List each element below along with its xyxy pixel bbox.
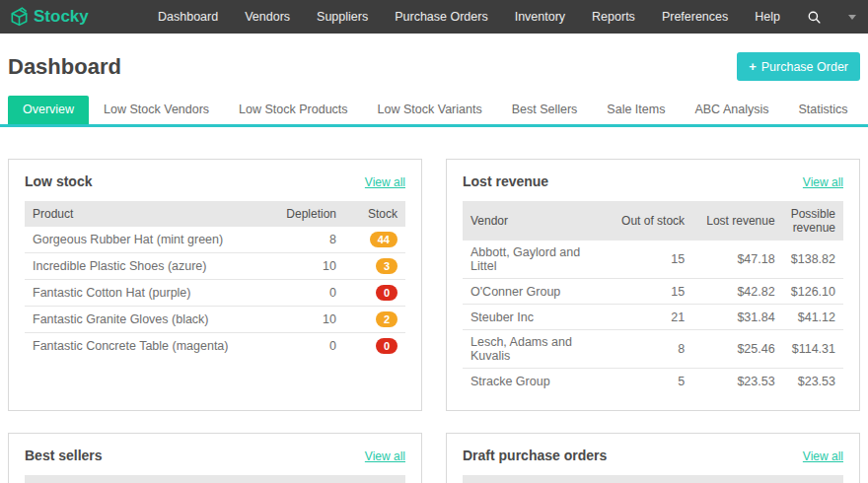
dashboard-content: Low stock View all Product Depletion Sto… bbox=[0, 159, 868, 483]
best-sellers-view-all-link[interactable]: View all bbox=[365, 449, 405, 463]
stock-badge: 2 bbox=[376, 311, 398, 327]
table-row: Stracke Group 5 $23.53 $23.53 bbox=[463, 369, 843, 394]
low-stock-title: Low stock bbox=[25, 173, 92, 189]
column-header-product: Product bbox=[60, 475, 344, 483]
product-name: Incredible Plastic Shoes (azure) bbox=[25, 253, 255, 280]
out-of-stock-value: 21 bbox=[610, 305, 692, 330]
lost-revenue-panel: Lost revenue View all Vendor Out of stoc… bbox=[446, 159, 860, 411]
possible-revenue-value: $138.82 bbox=[783, 241, 843, 279]
possible-revenue-value: $23.53 bbox=[783, 369, 843, 394]
new-purchase-order-button[interactable]: + Purchase Order bbox=[737, 52, 860, 81]
column-header-vendor-supplier: Vendor/Supplier bbox=[547, 475, 782, 483]
possible-revenue-value: $126.10 bbox=[783, 279, 843, 305]
tab-low-stock-vendors[interactable]: Low Stock Vendors bbox=[89, 96, 224, 124]
low-stock-table: Product Depletion Stock Gorgeous Rubber … bbox=[25, 201, 405, 359]
column-header-possible-revenue: Possible revenue bbox=[783, 201, 843, 241]
out-of-stock-value: 5 bbox=[610, 369, 692, 394]
column-header-vendor: Vendor bbox=[463, 201, 610, 241]
tab-abc-analysis[interactable]: ABC Analysis bbox=[680, 96, 783, 124]
depletion-value: 8 bbox=[255, 227, 344, 253]
best-sellers-panel: Best sellers View all Gr. Product Stock … bbox=[8, 433, 422, 483]
tab-low-stock-products[interactable]: Low Stock Products bbox=[224, 96, 362, 124]
table-row: O'Conner Group 15 $42.82 $126.10 bbox=[463, 279, 843, 305]
possible-revenue-value: $41.12 bbox=[783, 305, 843, 330]
lost-revenue-value: $47.18 bbox=[692, 241, 783, 279]
column-header-product: Product bbox=[25, 201, 255, 227]
column-header-depletion: Depletion bbox=[255, 201, 344, 227]
cube-icon bbox=[8, 6, 31, 29]
nav-item-inventory[interactable]: Inventory bbox=[515, 10, 565, 24]
table-header-row: Gr. Product Stock bbox=[25, 475, 405, 483]
column-header-number: No. bbox=[463, 475, 547, 483]
product-name: Fantastic Concrete Table (magenta) bbox=[25, 333, 255, 360]
table-row: Fantastic Granite Gloves (black) 10 2 bbox=[25, 307, 405, 333]
page-title: Dashboard bbox=[8, 54, 121, 80]
table-header-row: Vendor Out of stock Lost revenue Possibl… bbox=[463, 201, 843, 241]
vendor-name: Abbott, Gaylord and Littel bbox=[463, 241, 610, 279]
depletion-value: 0 bbox=[255, 333, 344, 360]
vendor-name: Steuber Inc bbox=[463, 305, 610, 330]
draft-purchase-orders-panel: Draft purchase orders View all No. Vendo… bbox=[446, 433, 860, 483]
low-stock-view-all-link[interactable]: View all bbox=[365, 175, 405, 189]
stock-badge: 44 bbox=[370, 232, 398, 247]
nav-links: Dashboard Vendors Suppliers Purchase Ord… bbox=[158, 10, 856, 25]
depletion-value: 10 bbox=[255, 253, 344, 280]
brand-name: Stocky bbox=[34, 7, 89, 27]
tab-sale-items[interactable]: Sale Items bbox=[592, 96, 680, 124]
lost-revenue-view-all-link[interactable]: View all bbox=[803, 175, 843, 189]
tab-low-stock-variants[interactable]: Low Stock Variants bbox=[363, 96, 497, 124]
stock-badge: 3 bbox=[376, 258, 398, 274]
caret-down-icon[interactable] bbox=[848, 15, 856, 20]
stock-badge: 0 bbox=[376, 338, 398, 354]
depletion-value: 0 bbox=[255, 280, 344, 307]
product-name: Gorgeous Rubber Hat (mint green) bbox=[25, 227, 255, 253]
column-header-stock: Stock bbox=[344, 201, 405, 227]
vendor-name: Stracke Group bbox=[463, 369, 610, 394]
table-row: Fantastic Cotton Hat (purple) 0 0 bbox=[25, 280, 405, 307]
purchase-order-button-label: Purchase Order bbox=[761, 60, 848, 74]
tab-overview[interactable]: Overview bbox=[8, 96, 89, 124]
product-name: Fantastic Cotton Hat (purple) bbox=[25, 280, 255, 307]
nav-item-purchase-orders[interactable]: Purchase Orders bbox=[395, 10, 487, 24]
lost-revenue-title: Lost revenue bbox=[463, 173, 548, 189]
column-header-out-of-stock: Out of stock bbox=[610, 201, 692, 241]
column-header-actions bbox=[782, 475, 843, 483]
stock-badge: 0 bbox=[376, 285, 398, 301]
column-header-lost-revenue: Lost revenue bbox=[692, 201, 783, 241]
out-of-stock-value: 15 bbox=[610, 241, 692, 279]
vendor-name: O'Conner Group bbox=[463, 279, 610, 305]
table-row: Steuber Inc 21 $31.84 $41.12 bbox=[463, 305, 843, 330]
plus-icon: + bbox=[749, 59, 757, 74]
tab-statistics[interactable]: Statistics bbox=[783, 96, 862, 124]
table-row: Incredible Plastic Shoes (azure) 10 3 bbox=[25, 253, 405, 280]
draft-purchase-orders-title: Draft purchase orders bbox=[463, 448, 607, 463]
column-header-grade: Gr. bbox=[25, 475, 60, 483]
tab-best-sellers[interactable]: Best Sellers bbox=[497, 96, 593, 124]
table-row: Lesch, Adams and Kuvalis 8 $25.46 $114.3… bbox=[463, 330, 843, 369]
page-header: Dashboard + Purchase Order bbox=[0, 34, 868, 81]
best-sellers-table: Gr. Product Stock A Sleek Concrete Chair… bbox=[25, 475, 405, 483]
table-header-row: No. Vendor/Supplier bbox=[463, 475, 843, 483]
nav-item-dashboard[interactable]: Dashboard bbox=[158, 10, 218, 24]
nav-item-reports[interactable]: Reports bbox=[592, 10, 635, 24]
draft-purchase-orders-view-all-link[interactable]: View all bbox=[803, 449, 843, 463]
nav-item-vendors[interactable]: Vendors bbox=[245, 10, 290, 24]
top-navbar: Stocky Dashboard Vendors Suppliers Purch… bbox=[0, 0, 868, 34]
lost-revenue-value: $25.46 bbox=[692, 330, 783, 369]
low-stock-panel: Low stock View all Product Depletion Sto… bbox=[8, 159, 422, 411]
table-row: Abbott, Gaylord and Littel 15 $47.18 $13… bbox=[463, 241, 843, 279]
lost-revenue-table: Vendor Out of stock Lost revenue Possibl… bbox=[463, 201, 843, 394]
nav-item-suppliers[interactable]: Suppliers bbox=[317, 10, 368, 24]
out-of-stock-value: 15 bbox=[610, 279, 692, 305]
possible-revenue-value: $114.31 bbox=[783, 330, 843, 369]
table-row: Fantastic Concrete Table (magenta) 0 0 bbox=[25, 333, 405, 360]
table-header-row: Product Depletion Stock bbox=[25, 201, 405, 227]
depletion-value: 10 bbox=[255, 307, 344, 333]
lost-revenue-value: $42.82 bbox=[692, 279, 783, 305]
out-of-stock-value: 8 bbox=[610, 330, 692, 369]
search-icon[interactable] bbox=[807, 10, 822, 25]
vendor-name: Lesch, Adams and Kuvalis bbox=[463, 330, 610, 369]
stocky-logo[interactable]: Stocky bbox=[8, 6, 89, 29]
nav-item-help[interactable]: Help bbox=[755, 10, 780, 24]
nav-item-preferences[interactable]: Preferences bbox=[662, 10, 728, 24]
